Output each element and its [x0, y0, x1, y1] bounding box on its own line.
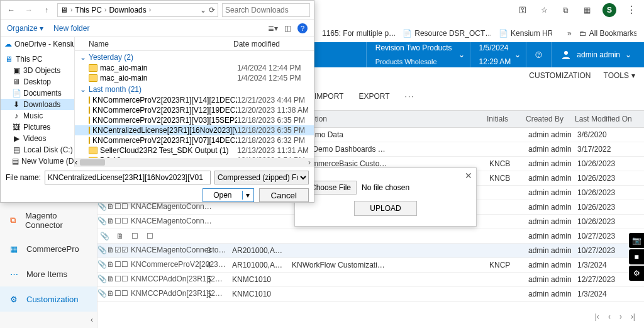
note-icon[interactable]: 🗎: [113, 232, 128, 240]
table-row[interactable]: 📎🗎☐☐KNCommerceProV2[2023…4AR101000,AR20……: [97, 258, 644, 273]
close-icon[interactable]: ✕: [465, 171, 472, 181]
project-link[interactable]: KNACEMagentoConn…: [131, 202, 212, 211]
bookmark-item[interactable]: 📄Kensium HR: [499, 29, 552, 38]
note-icon[interactable]: 🗎: [107, 274, 114, 285]
refresh-icon[interactable]: ⟳: [209, 6, 215, 14]
col-initials[interactable]: Initials: [487, 115, 526, 123]
video-icon[interactable]: ■: [629, 249, 644, 264]
search-input[interactable]: [222, 3, 310, 17]
attachment-icon[interactable]: 📎: [97, 202, 107, 213]
preview-pane-icon[interactable]: ◫: [284, 24, 291, 33]
note-icon[interactable]: 🗎: [107, 289, 114, 300]
more-actions-icon[interactable]: ···: [405, 92, 415, 101]
browser-menu-icon[interactable]: ⋮: [626, 4, 636, 16]
horizontal-scrollbar[interactable]: ‹›: [75, 158, 314, 167]
checkbox[interactable]: ☐: [127, 232, 142, 240]
file-item[interactable]: KNCentralizedLicense[23R1][16Nov2023][V0…: [75, 125, 314, 135]
file-group[interactable]: ⌄Last month (21): [75, 83, 314, 95]
nav-back-icon[interactable]: ←: [4, 3, 18, 17]
page-last-icon[interactable]: ›|: [631, 312, 635, 321]
note-icon[interactable]: 🗎: [107, 217, 114, 227]
checkbox[interactable]: ☐: [142, 232, 157, 240]
project-link[interactable]: KNACEMagentoConn…: [131, 217, 212, 225]
file-list[interactable]: NameDate modified ⌄Yesterday (2)mac_aio-…: [75, 37, 314, 167]
note-icon[interactable]: 🗎: [107, 260, 114, 271]
file-item[interactable]: KNCommerceProV2[2023R1][V14][21DEC2023]1…: [75, 95, 314, 105]
help-button[interactable]: [526, 42, 551, 67]
camera-icon[interactable]: 📷: [629, 233, 644, 248]
table-row[interactable]: 📎🗎☐☐KNMCCPAddOn[23R1][2…5KNMC1010admin a…: [97, 273, 644, 287]
checkbox[interactable]: ☐: [121, 260, 128, 271]
user-menu[interactable]: admin admin ⌄: [551, 42, 644, 67]
page-first-icon[interactable]: |‹: [595, 312, 599, 321]
organize-menu[interactable]: Organize ▾: [7, 24, 43, 33]
apps-icon[interactable]: ▦: [581, 4, 592, 16]
file-item[interactable]: KNCommerceProV2[2023R1][V07][14DEC2023]1…: [75, 135, 314, 145]
settings-icon[interactable]: ⚙: [629, 266, 644, 281]
nav-up-icon[interactable]: ↑: [40, 3, 53, 17]
upload-button[interactable]: UPLOAD: [354, 201, 416, 216]
nav-more-items[interactable]: ⋯ More Items: [0, 261, 97, 286]
attachment-icon[interactable]: 📎: [97, 246, 107, 256]
bookmark-item[interactable]: 📄Resource DSR_OCT…: [402, 29, 491, 38]
file-item[interactable]: mac_aio-main1/4/2024 12:44 PM: [75, 63, 314, 73]
breadcrumb[interactable]: 🖥› This PC› Downloads› ⌄⟳: [57, 3, 218, 17]
downloads-node[interactable]: ⬇Downloads: [1, 99, 74, 110]
attachment-icon[interactable]: 📎: [97, 217, 107, 227]
file-item[interactable]: SellerCloud23R2 Test_SDK Output (1)12/13…: [75, 145, 314, 156]
note-icon[interactable]: 🗎: [107, 202, 114, 213]
profile-avatar[interactable]: S: [602, 3, 616, 17]
bookmark-overflow-icon[interactable]: »: [567, 29, 572, 38]
checkbox[interactable]: ☑: [121, 246, 128, 256]
all-bookmarks[interactable]: 🗀All Bookmarks: [579, 29, 636, 38]
col-last-modified[interactable]: Last Modified On: [575, 115, 644, 123]
checkbox[interactable]: ☐: [114, 274, 121, 285]
checkbox[interactable]: ☐: [114, 202, 121, 213]
file-item[interactable]: KNCommerceProV2[2023R1][V12][19DEC2023]1…: [75, 105, 314, 115]
dropdown-icon[interactable]: ⌄: [200, 6, 206, 14]
checkbox[interactable]: ☐: [121, 289, 128, 300]
checkbox[interactable]: ☐: [114, 289, 121, 300]
new-folder-button[interactable]: New folder: [53, 24, 89, 33]
bookmark-item[interactable]: 1165: For multiple p…: [322, 29, 395, 38]
business-date[interactable]: 1/5/2024 12:29 AM ⌄: [470, 42, 526, 67]
open-button[interactable]: Open▾: [203, 188, 253, 202]
checkbox[interactable]: ☐: [114, 217, 121, 227]
nav-commercepro[interactable]: ▦ CommercePro: [0, 236, 97, 261]
nav-customization[interactable]: ⚙ Customization: [0, 286, 97, 312]
cancel-button[interactable]: Cancel: [259, 188, 309, 202]
page-prev-icon[interactable]: ‹: [608, 312, 611, 321]
page-next-icon[interactable]: ›: [619, 312, 622, 321]
file-type-select[interactable]: Compressed (zipped) Folder: [214, 171, 309, 184]
view-options-icon[interactable]: ≣▾: [268, 24, 278, 33]
import-button[interactable]: IMPORT: [314, 92, 343, 101]
key-icon[interactable]: ⚿: [517, 4, 528, 16]
nav-magento-connector[interactable]: ⧉ Magento Connector: [0, 205, 97, 236]
export-button[interactable]: EXPORT: [358, 92, 389, 101]
table-row[interactable]: 📎🗎☑☑KNACEMagentoConnecto…3AR201000,AR30……: [97, 244, 644, 258]
tools-menu[interactable]: TOOLS▾: [604, 71, 635, 80]
collapse-nav-icon[interactable]: ‹: [91, 315, 93, 324]
col-created-by[interactable]: Created By: [526, 115, 575, 123]
checkbox[interactable]: ☐: [114, 260, 121, 271]
file-group[interactable]: ⌄Yesterday (2): [75, 51, 314, 63]
filename-input[interactable]: [45, 171, 211, 184]
table-row[interactable]: 📎🗎☐☐KNMCCPAddOn[23R1][2…5KNMC1010admin a…: [97, 287, 644, 302]
col-description[interactable]: Description: [289, 115, 487, 123]
note-icon[interactable]: 🗎: [107, 246, 114, 256]
help-icon[interactable]: ?: [297, 23, 308, 33]
attachment-icon[interactable]: 📎: [97, 260, 107, 271]
table-row[interactable]: 📎🗎☐☐admin admin10/27/2023: [97, 229, 644, 244]
nav-forward-icon[interactable]: →: [22, 3, 36, 17]
star-icon[interactable]: ☆: [538, 4, 550, 16]
attachment-icon[interactable]: 📎: [97, 232, 113, 240]
customization-link[interactable]: CUSTOMIZATION: [529, 71, 591, 80]
checkbox[interactable]: ☐: [121, 274, 128, 285]
checkbox[interactable]: ☐: [121, 202, 128, 213]
attachment-icon[interactable]: 📎: [97, 289, 107, 300]
folder-tree[interactable]: ☁OneDrive - Kensiu… 🖥This PC ▣3D Objects…: [1, 37, 75, 167]
open-split-icon[interactable]: ▾: [242, 191, 253, 200]
attachment-icon[interactable]: 📎: [97, 274, 107, 285]
tenant-selector[interactable]: Revision Two Products Products Wholesale…: [366, 42, 470, 67]
checkbox[interactable]: ☑: [114, 246, 121, 256]
